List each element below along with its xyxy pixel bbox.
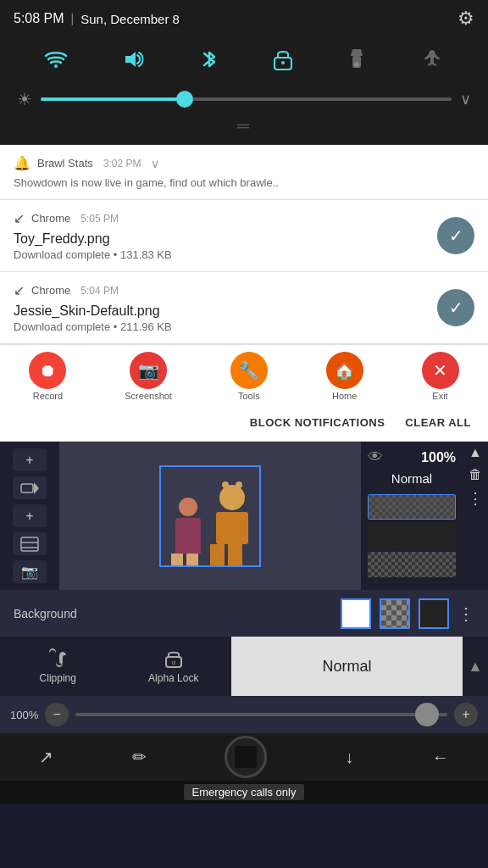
skip-btn[interactable] bbox=[13, 476, 47, 499]
notif-action-btn-1[interactable]: ✓ bbox=[437, 217, 474, 254]
notif-body-chrome2: Download complete • 211.96 KB bbox=[14, 320, 474, 333]
record-icon: ⏺ bbox=[29, 352, 66, 389]
exit-label: Exit bbox=[432, 391, 447, 401]
nav-down-icon[interactable]: ↓ bbox=[345, 748, 353, 767]
lock-icon[interactable] bbox=[273, 47, 293, 77]
notif-action-btn-2[interactable]: ✓ bbox=[437, 289, 474, 326]
notif-body-brawl: Showdown is now live in game, find out w… bbox=[14, 176, 474, 189]
float-screenshot[interactable]: 📷 Screenshot bbox=[125, 352, 172, 401]
notif-title-chrome1: Toy_Freddy.png bbox=[14, 231, 474, 247]
float-tools[interactable]: 🔧 Tools bbox=[230, 352, 268, 401]
flashlight-icon[interactable] bbox=[347, 47, 366, 77]
canvas-image bbox=[159, 465, 261, 567]
svg-rect-7 bbox=[21, 484, 33, 492]
notif-app-chrome2: Chrome bbox=[31, 284, 70, 297]
bottom-nav: ↗ ✏ ↓ ← bbox=[0, 733, 488, 781]
bluetooth-icon[interactable] bbox=[200, 47, 219, 77]
clear-all-btn[interactable]: CLEAR ALL bbox=[405, 416, 471, 429]
nav-back-icon[interactable]: ← bbox=[432, 748, 449, 767]
alpha-lock-btn[interactable]: α Alpha Lock bbox=[116, 648, 232, 684]
emergency-text: Emergency calls only bbox=[184, 784, 305, 800]
three-dots-icon[interactable]: ⋮ bbox=[458, 604, 474, 624]
quick-settings-panel: ☀ ∨ ═ bbox=[0, 37, 488, 144]
nav-diagonal-icon[interactable]: ↗ bbox=[39, 747, 53, 767]
notification-brawl[interactable]: 🔔 Brawl Stats 3:02 PM ∨ Showdown is now … bbox=[0, 145, 488, 200]
add-layer-btn[interactable]: + bbox=[13, 504, 47, 527]
clipping-btn[interactable]: Clipping bbox=[0, 648, 116, 684]
mode-normal-label: Normal bbox=[368, 471, 456, 486]
app-canvas[interactable] bbox=[59, 442, 361, 590]
more-options-icon[interactable]: ⋮ bbox=[468, 489, 483, 508]
emergency-bar: Emergency calls only bbox=[0, 781, 488, 804]
brightness-chevron[interactable]: ∨ bbox=[460, 90, 471, 108]
bell-icon: 🔔 bbox=[14, 155, 30, 171]
flatten-btn[interactable] bbox=[13, 532, 47, 555]
svg-point-0 bbox=[54, 64, 58, 68]
tools-icon: 🔧 bbox=[230, 352, 268, 389]
camera-btn[interactable]: 📷 bbox=[13, 560, 47, 583]
block-notifications-btn[interactable]: BLOCK NOTIFICATIONS bbox=[250, 416, 385, 429]
svg-rect-9 bbox=[21, 537, 38, 551]
app-canvas-area: + + 📷 bbox=[0, 442, 488, 590]
notification-chrome1[interactable]: ↙ Chrome 5:05 PM Toy_Freddy.png Download… bbox=[0, 200, 488, 272]
bg-swatch-white[interactable] bbox=[341, 598, 371, 629]
drag-handle[interactable]: ═ bbox=[17, 116, 471, 136]
app-editor-area: + + 📷 bbox=[0, 442, 488, 733]
status-time: 5:08 PM bbox=[14, 11, 64, 26]
download-icon-2: ↙ bbox=[14, 282, 25, 298]
float-record[interactable]: ⏺ Record bbox=[29, 352, 66, 401]
status-date: Sun, December 8 bbox=[80, 12, 180, 26]
notification-chrome2[interactable]: ↙ Chrome 5:04 PM Jessie_Skin-Default.png… bbox=[0, 272, 488, 344]
airplane-icon[interactable] bbox=[420, 47, 444, 77]
nav-home-btn[interactable] bbox=[225, 736, 267, 778]
scroll-up-arrow[interactable]: ▲ bbox=[469, 445, 482, 460]
app-right-scroll: ▲ 🗑 ⋮ bbox=[463, 442, 488, 590]
brightness-slider[interactable] bbox=[41, 97, 452, 101]
trash-icon[interactable]: 🗑 bbox=[469, 467, 482, 482]
notif-time-chrome1: 5:05 PM bbox=[80, 213, 119, 225]
volume-icon[interactable] bbox=[122, 49, 146, 75]
bottom-toolbar: Clipping α Alpha Lock Normal ▲ bbox=[0, 637, 488, 696]
float-exit[interactable]: ✕ Exit bbox=[422, 352, 459, 401]
notif-body-chrome1: Download complete • 131.83 KB bbox=[14, 248, 474, 261]
svg-marker-4 bbox=[351, 49, 363, 56]
background-row: Background ⋮ bbox=[0, 590, 488, 637]
brightness-thumb[interactable] bbox=[176, 91, 193, 108]
notif-time-brawl: 3:02 PM bbox=[103, 158, 141, 170]
bg-swatch-checker[interactable] bbox=[380, 598, 410, 629]
zoom-plus-btn[interactable]: + bbox=[454, 703, 478, 726]
eye-icon[interactable]: 👁 bbox=[368, 448, 383, 466]
zoom-slider[interactable] bbox=[75, 713, 447, 716]
notif-actions-row: BLOCK NOTIFICATIONS CLEAR ALL bbox=[0, 404, 488, 442]
notif-header-chrome2: ↙ Chrome 5:04 PM bbox=[14, 282, 474, 298]
brightness-row: ☀ ∨ bbox=[17, 89, 471, 109]
notif-title-chrome2: Jessie_Skin-Default.png bbox=[14, 303, 474, 319]
wifi-icon[interactable] bbox=[44, 49, 68, 75]
expand-arrow[interactable]: ▲ bbox=[463, 658, 488, 676]
notif-app-chrome1: Chrome bbox=[31, 212, 70, 225]
download-icon-1: ↙ bbox=[14, 210, 25, 226]
bg-swatch-dark[interactable] bbox=[419, 598, 449, 629]
brightness-icon: ☀ bbox=[17, 89, 32, 109]
record-label: Record bbox=[33, 391, 63, 401]
normal-mode-btn[interactable]: Normal bbox=[231, 637, 463, 696]
float-toolbar: ⏺ Record 📷 Screenshot 🔧 Tools 🏠 Home ✕ E… bbox=[0, 344, 488, 404]
gear-icon[interactable]: ⚙ bbox=[458, 8, 474, 30]
zoom-value: 100% bbox=[10, 709, 38, 721]
alpha-lock-label: Alpha Lock bbox=[148, 672, 198, 684]
add-btn[interactable]: + bbox=[13, 448, 47, 471]
zoom-minus-btn[interactable]: − bbox=[45, 703, 69, 726]
notification-panel: 🔔 Brawl Stats 3:02 PM ∨ Showdown is now … bbox=[0, 145, 488, 442]
notif-header-chrome1: ↙ Chrome 5:05 PM bbox=[14, 210, 474, 226]
home-label: Home bbox=[332, 391, 357, 401]
float-home[interactable]: 🏠 Home bbox=[326, 352, 363, 401]
svg-marker-1 bbox=[125, 52, 136, 67]
nav-pen-icon[interactable]: ✏ bbox=[132, 747, 147, 767]
zoom-thumb[interactable] bbox=[415, 703, 439, 726]
status-bar: 5:08 PM | Sun, December 8 ⚙ bbox=[0, 0, 488, 37]
normal-mode-label: Normal bbox=[322, 658, 371, 676]
opacity-row: 👁 100% bbox=[368, 448, 456, 466]
screenshot-label: Screenshot bbox=[125, 391, 172, 401]
app-right-panel: 👁 100% Normal bbox=[361, 442, 463, 590]
screenshot-icon: 📷 bbox=[130, 352, 167, 389]
